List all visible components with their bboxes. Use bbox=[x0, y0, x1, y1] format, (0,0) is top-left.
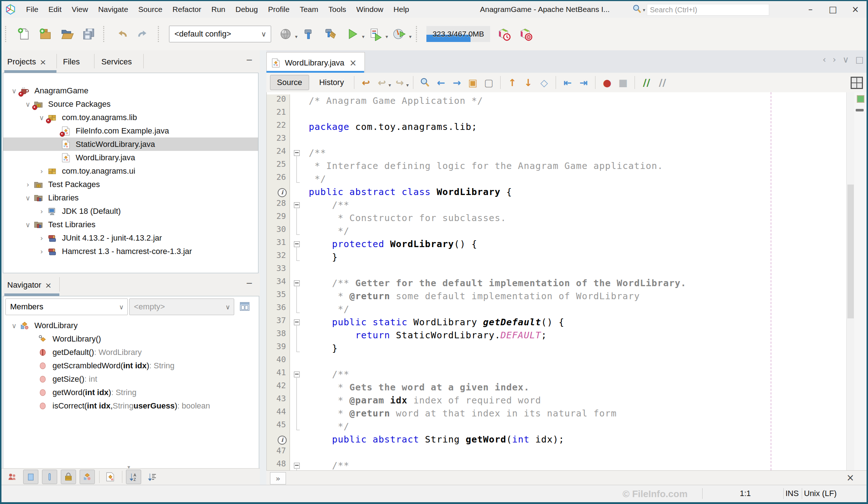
history-button[interactable]: History bbox=[313, 75, 350, 90]
code-line[interactable]: 22package com.toy.anagrams.lib; bbox=[267, 120, 846, 134]
tree-row[interactable]: ›Hamcrest 1.3 - hamcrest-core-1.3.jar bbox=[3, 245, 258, 258]
code-text[interactable]: /** bbox=[306, 199, 349, 212]
chevron-right-icon[interactable]: › bbox=[22, 181, 34, 189]
tree-row[interactable]: ›JUnit 4.13.2 - junit-4.13.2.jar bbox=[3, 231, 258, 245]
members-tree[interactable]: ∨WordLibraryWordLibrary()getDefault() : … bbox=[3, 319, 259, 412]
scroll-tabs-right-icon[interactable]: › bbox=[833, 55, 836, 65]
toggle-highlight-icon[interactable]: ▣ bbox=[465, 75, 481, 90]
menu-profile[interactable]: Profile bbox=[263, 1, 295, 18]
line-number[interactable]: 34 bbox=[267, 277, 290, 290]
minimize-panel-icon[interactable]: – bbox=[247, 277, 252, 288]
stop-macro-recording-icon[interactable]: ■ bbox=[615, 75, 631, 90]
line-number[interactable]: 25 bbox=[267, 160, 290, 173]
scroll-tabs-left-icon[interactable]: ‹ bbox=[823, 55, 826, 65]
dropdown-arrow-icon[interactable]: ▾ bbox=[385, 34, 388, 39]
code-line[interactable]: 28 /** bbox=[267, 199, 846, 212]
open-in-window-button[interactable] bbox=[236, 298, 253, 314]
code-text[interactable]: return StaticWordLibrary.DEFAULT; bbox=[306, 329, 547, 342]
line-number[interactable]: 20 bbox=[267, 94, 290, 107]
tree-row[interactable]: ∨com.toy.anagrams.lib bbox=[3, 111, 258, 124]
chevron-right-icon[interactable]: › bbox=[36, 234, 47, 242]
line-number[interactable]: 38 bbox=[267, 329, 290, 342]
code-text[interactable]: public abstract String getWord(int idx); bbox=[306, 433, 564, 446]
code-line[interactable]: 33 bbox=[267, 264, 846, 277]
code-editor[interactable]: 20/* Anagram Game Application */2122pack… bbox=[266, 92, 846, 470]
editor-scrollbar[interactable] bbox=[846, 92, 855, 470]
code-text[interactable]: public static WordLibrary getDefault() { bbox=[306, 316, 564, 329]
line-number[interactable]: 21 bbox=[267, 107, 290, 120]
tree-row[interactable]: ∨Source Packages bbox=[3, 97, 258, 111]
code-line[interactable]: 26 */ bbox=[267, 173, 846, 186]
fold-gutter[interactable] bbox=[290, 290, 306, 303]
jump-forward-icon[interactable]: ↪ bbox=[392, 75, 408, 90]
menu-team[interactable]: Team bbox=[295, 1, 323, 18]
show-positions-button[interactable] bbox=[42, 470, 57, 484]
fold-gutter[interactable] bbox=[290, 264, 306, 277]
member-row[interactable]: getSize() : int bbox=[3, 372, 259, 386]
menu-view[interactable]: View bbox=[67, 1, 93, 18]
redo-button[interactable] bbox=[135, 26, 151, 42]
dropdown-arrow-icon[interactable]: ▾ bbox=[362, 34, 365, 39]
member-row[interactable]: ∨WordLibrary bbox=[3, 319, 259, 332]
shift-line-right-icon[interactable]: ⇥ bbox=[576, 75, 591, 90]
code-line[interactable]: 38 return StaticWordLibrary.DEFAULT; bbox=[267, 329, 846, 342]
fold-gutter[interactable] bbox=[290, 94, 306, 107]
clean-build-button[interactable] bbox=[323, 26, 339, 42]
show-inherited-button[interactable] bbox=[5, 470, 20, 484]
line-number[interactable]: 22 bbox=[267, 120, 290, 134]
find-previous-icon[interactable]: ← bbox=[433, 75, 449, 90]
tree-row[interactable]: StaticWordLibrary.java bbox=[3, 137, 258, 151]
fold-gutter[interactable] bbox=[290, 329, 306, 342]
close-button[interactable]: × bbox=[844, 1, 867, 18]
code-text[interactable]: /** bbox=[306, 147, 326, 160]
tree-row[interactable]: ›Test Packages bbox=[3, 178, 258, 191]
code-text[interactable]: package com.toy.anagrams.lib; bbox=[306, 120, 477, 134]
sort-alphabetically-button[interactable]: AZ bbox=[126, 470, 141, 484]
fold-gutter[interactable] bbox=[290, 251, 306, 264]
tab-navigator[interactable]: Navigator× bbox=[7, 276, 52, 294]
line-number[interactable]: 45 bbox=[267, 420, 290, 433]
line-number[interactable]: 32 bbox=[267, 251, 290, 264]
fold-gutter[interactable] bbox=[290, 316, 306, 329]
show-non-public-button[interactable] bbox=[61, 470, 76, 484]
code-line[interactable]: 45 */ bbox=[267, 420, 846, 433]
fold-gutter[interactable] bbox=[290, 212, 306, 225]
code-line[interactable]: 35 * @return some default implementation… bbox=[267, 290, 846, 303]
chevron-right-icon[interactable]: › bbox=[36, 247, 47, 255]
source-button[interactable]: Source bbox=[270, 75, 309, 90]
fold-gutter[interactable] bbox=[290, 446, 306, 459]
code-text[interactable]: * Gets the word at a given index. bbox=[306, 381, 530, 394]
tree-row[interactable]: WordLibrary.java bbox=[3, 151, 258, 164]
code-text[interactable]: */ bbox=[306, 173, 326, 186]
toggle-bookmark-icon[interactable]: ◇ bbox=[536, 75, 552, 90]
fold-gutter[interactable] bbox=[290, 433, 306, 446]
line-number[interactable]: 31 bbox=[267, 238, 290, 251]
close-breadcrumb-icon[interactable]: × bbox=[846, 472, 854, 483]
line-number[interactable]: 43 bbox=[267, 394, 290, 407]
fold-gutter[interactable] bbox=[290, 147, 306, 160]
debug-project-button[interactable] bbox=[368, 26, 384, 42]
next-bookmark-icon[interactable]: ↓ bbox=[520, 75, 536, 90]
line-number[interactable]: 39 bbox=[267, 342, 290, 355]
line-number[interactable]: 40 bbox=[267, 355, 290, 368]
ide-update-button[interactable] bbox=[278, 26, 294, 42]
filter-classes-button[interactable] bbox=[103, 470, 118, 484]
tree-row[interactable]: ∨AnagramGame bbox=[3, 84, 258, 97]
line-number[interactable]: 41 bbox=[267, 368, 290, 381]
code-text[interactable]: * Interface defining logic for the Anagr… bbox=[306, 160, 663, 173]
code-line[interactable]: 21 bbox=[267, 107, 846, 120]
scope-filter-select[interactable]: <empty>∨ bbox=[129, 298, 234, 315]
find-selection-icon[interactable] bbox=[417, 75, 433, 90]
search-input[interactable] bbox=[647, 4, 769, 16]
tab-list-icon[interactable]: ∨ bbox=[843, 55, 849, 65]
tab-projects[interactable]: Projects× bbox=[7, 53, 46, 71]
code-text[interactable]: /** Getter for the default implementatio… bbox=[306, 277, 686, 290]
chevron-down-icon[interactable]: ∨ bbox=[8, 322, 20, 330]
code-text[interactable]: /** bbox=[306, 459, 349, 470]
minimize-panel-icon[interactable]: – bbox=[247, 54, 252, 65]
line-number[interactable]: i bbox=[267, 186, 290, 199]
close-tab-icon[interactable]: × bbox=[349, 58, 357, 68]
fold-gutter[interactable] bbox=[290, 173, 306, 186]
code-line[interactable]: 32 } bbox=[267, 251, 846, 264]
uncomment-icon[interactable]: // bbox=[654, 75, 670, 90]
